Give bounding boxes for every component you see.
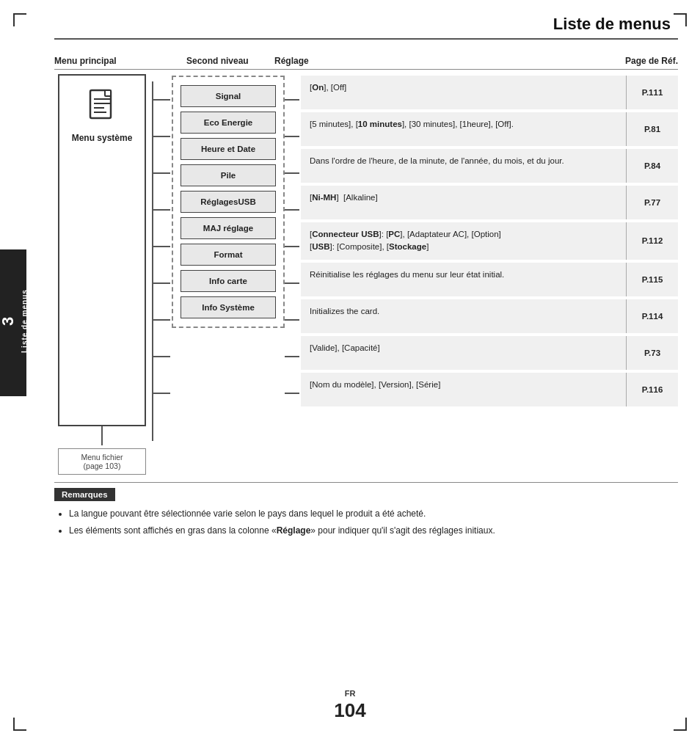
main-content: Liste de menus Menu principal Second niv…	[32, 0, 700, 555]
row-page-infosysteme: P.116	[627, 373, 678, 406]
col-header-second: Second niveau	[179, 56, 267, 66]
second-level-dashed: Signal Eco Energie Heure et Date Pile Ré…	[172, 76, 285, 328]
chapter-label: Liste de menus	[21, 290, 29, 354]
menu-fichier-box: Menu fichier(page 103)	[58, 448, 146, 475]
page-title: Liste de menus	[54, 15, 678, 40]
bracket-svg	[150, 81, 172, 441]
row-page-maj: P.115	[627, 263, 678, 296]
second-level-btn-infosysteme: Info Système	[181, 296, 276, 318]
menu-fichier-label: Menu fichier(page 103)	[81, 453, 123, 470]
row-setting-eco: [5 minutes], [10 minutes], [30 minutes],…	[301, 112, 627, 146]
row-setting-signal: [On], [Off]	[301, 76, 627, 109]
menu-systeme-box: Menu système	[58, 74, 146, 426]
table-row: Dans l'ordre de l'heure, de la minute, d…	[301, 149, 678, 183]
table-header: Menu principal Second niveau Réglage Pag…	[54, 53, 678, 70]
second-level-btn-heure: Heure et Date	[181, 138, 276, 160]
vertical-connector	[101, 426, 103, 445]
row-page-eco: P.81	[627, 112, 678, 146]
rows-area: [On], [Off] P.111 [5 minutes], [10 minut…	[301, 74, 678, 409]
footer-page: 104	[334, 699, 365, 722]
row-setting-maj: Réinitialise les réglages du menu sur le…	[301, 263, 627, 296]
second-level-btn-eco: Eco Energie	[181, 112, 276, 134]
left-column: Menu système Menu fichier(page 103)	[54, 74, 150, 475]
row-page-infocarte: P.73	[627, 336, 678, 370]
diagram-area: Menu système Menu fichier(page 103)	[54, 74, 678, 475]
row-setting-pile: [Ni-MH] [Alkaline]	[301, 186, 627, 219]
second-level-btn-format: Format	[181, 244, 276, 266]
second-level-btn-maj: MAJ réglage	[181, 217, 276, 239]
row-page-signal: P.111	[627, 76, 678, 109]
arrow-connectors	[285, 74, 301, 444]
row-setting-usb: [Connecteur USB]: [PC], [Adaptateur AC],…	[301, 222, 627, 260]
second-level-btn-infocarte: Info carte	[181, 270, 276, 292]
chapter-number: 3	[0, 317, 18, 327]
second-level-btn-pile: Pile	[181, 164, 276, 186]
footer-lang: FR	[345, 689, 356, 698]
table-row: [Ni-MH] [Alkaline] P.77	[301, 186, 678, 219]
svg-rect-5	[105, 90, 111, 96]
col-header-main: Menu principal	[54, 56, 179, 66]
remarks-title: Remarques	[54, 488, 115, 501]
row-setting-infosysteme: [Nom du modèle], [Version], [Série]	[301, 373, 627, 406]
row-page-heure: P.84	[627, 149, 678, 183]
second-level-btn-reglages: RéglagesUSB	[181, 191, 276, 213]
arrow-svg	[285, 81, 301, 441]
remark-item-2: Les éléments sont affichés en gras dans …	[69, 524, 678, 538]
menu-systeme-label: Menu système	[72, 133, 133, 143]
table-row: Réinitialise les réglages du menu sur le…	[301, 263, 678, 296]
table-row: [5 minutes], [10 minutes], [30 minutes],…	[301, 112, 678, 146]
menu-systeme-icon	[86, 89, 118, 125]
row-setting-heure: Dans l'ordre de l'heure, de la minute, d…	[301, 149, 627, 183]
remark-item-1: La langue pouvant être sélectionnée vari…	[69, 507, 678, 521]
row-setting-format: Initializes the card.	[301, 299, 627, 333]
remarks-list: La langue pouvant être sélectionnée vari…	[54, 507, 678, 538]
row-setting-infocarte: [Valide], [Capacité]	[301, 336, 627, 370]
col-header-page: Page de Réf.	[619, 56, 678, 66]
row-page-format: P.114	[627, 299, 678, 333]
table-row: Initializes the card. P.114	[301, 299, 678, 333]
chapter-sidebar: 3 Liste de menus	[0, 249, 26, 396]
table-row: [Nom du modèle], [Version], [Série] P.11…	[301, 373, 678, 406]
table-row: [Connecteur USB]: [PC], [Adaptateur AC],…	[301, 222, 678, 260]
corner-mark-tl	[13, 13, 26, 26]
footer: FR 104	[0, 689, 700, 722]
row-page-pile: P.77	[627, 186, 678, 219]
remarks-section: Remarques La langue pouvant être sélecti…	[54, 482, 678, 538]
col-header-setting: Réglage	[267, 56, 619, 66]
bracket-connector	[150, 74, 172, 444]
second-level-btn-signal: Signal	[181, 85, 276, 107]
table-row: [On], [Off] P.111	[301, 76, 678, 109]
corner-mark-tr	[674, 13, 687, 26]
table-row: [Valide], [Capacité] P.73	[301, 336, 678, 370]
row-page-usb: P.112	[627, 222, 678, 260]
